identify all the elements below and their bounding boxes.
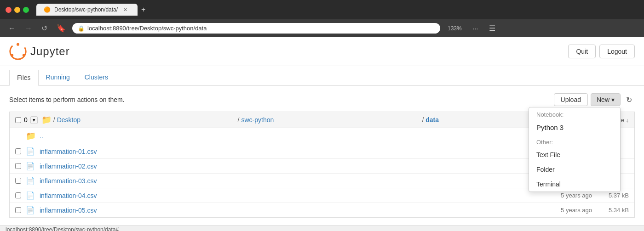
- new-button[interactable]: New ▾: [591, 93, 621, 106]
- window-controls: [6, 7, 29, 13]
- address-input[interactable]: [87, 25, 435, 32]
- active-tab[interactable]: 🟠 Desktop/swc-python/data/ ✕: [36, 4, 138, 16]
- file-link-1[interactable]: inflammation-01.csv: [40, 148, 532, 155]
- dropdown-arrow-button[interactable]: ▾: [30, 116, 38, 124]
- browser-window: 🟠 Desktop/swc-python/data/ ✕ + ← → ↺ 🔖 🔒…: [0, 0, 644, 231]
- python3-option[interactable]: Python 3: [529, 120, 620, 135]
- jupyter-tabs: Files Running Clusters: [0, 70, 644, 86]
- file-icon-5: 📄: [26, 206, 35, 214]
- tab-title: Desktop/swc-python/data/: [54, 6, 118, 13]
- back-button[interactable]: ←: [6, 23, 18, 34]
- tab-running[interactable]: Running: [39, 70, 77, 85]
- refresh-button[interactable]: ↻: [623, 94, 635, 106]
- row-checkbox-4[interactable]: [15, 192, 21, 198]
- jupyter-page: Jupyter Quit Logout Files Running Cluste…: [0, 37, 644, 225]
- select-all-wrap: 0 ▾: [15, 116, 38, 124]
- file-link-2[interactable]: inflammation-02.csv: [40, 163, 532, 170]
- row-checkbox-2[interactable]: [15, 163, 21, 169]
- file-icon-1: 📄: [26, 147, 35, 156]
- statusbar: localhost:8890/tree/Desktop/swc-python/d…: [0, 225, 644, 231]
- file-icon-3: 📄: [26, 176, 35, 185]
- file-link-3[interactable]: inflammation-03.csv: [40, 177, 532, 185]
- logo-text: Jupyter: [30, 45, 70, 58]
- bookmark-button[interactable]: 🔖: [54, 22, 69, 34]
- file-link-0[interactable]: ..: [40, 132, 532, 140]
- new-dropdown-wrap: New ▾ Notebook: Python 3 Other: Text Fil…: [591, 93, 621, 106]
- tab-bar: 🟠 Desktop/swc-python/data/ ✕ +: [36, 4, 149, 16]
- breadcrumb-sep3: /: [422, 116, 424, 124]
- new-tab-button[interactable]: +: [138, 4, 149, 16]
- statusbar-text: localhost:8890/tree/Desktop/swc-python/d…: [6, 226, 119, 231]
- file-area: Select items to perform actions on them.…: [0, 86, 644, 225]
- close-button[interactable]: [6, 7, 12, 13]
- row-checkbox-1[interactable]: [15, 148, 21, 154]
- menu-button[interactable]: ☰: [485, 22, 499, 34]
- jupyter-logo: Jupyter: [9, 43, 70, 60]
- file-date-5: 5 years ago: [537, 207, 592, 214]
- file-link-5[interactable]: inflammation-05.csv: [40, 207, 532, 214]
- minimize-button[interactable]: [14, 7, 20, 13]
- tab-files[interactable]: Files: [9, 70, 39, 86]
- new-dropdown-arrow: ▾: [611, 96, 615, 103]
- jupyter-header: Jupyter Quit Logout: [0, 37, 644, 66]
- select-all-checkbox[interactable]: [15, 117, 21, 123]
- tab-favicon: 🟠: [44, 6, 51, 13]
- file-icon-2: 📄: [26, 162, 35, 170]
- file-link-4[interactable]: inflammation-04.csv: [40, 192, 532, 199]
- other-section-label: Other:: [529, 135, 620, 147]
- terminal-option[interactable]: Terminal: [529, 177, 620, 192]
- security-icon: 🔒: [78, 25, 85, 32]
- breadcrumb-desktop[interactable]: Desktop: [57, 116, 236, 124]
- tab-close-icon[interactable]: ✕: [123, 7, 127, 13]
- sort-arrow-icon: ↓: [626, 117, 629, 124]
- file-toolbar: Select items to perform actions on them.…: [9, 93, 635, 106]
- row-checkbox-3[interactable]: [15, 178, 21, 184]
- file-icon-4: 📄: [26, 191, 35, 200]
- upload-button[interactable]: Upload: [554, 93, 588, 106]
- select-hint: Select items to perform actions on them.: [9, 96, 125, 103]
- breadcrumb-sep2: /: [238, 116, 240, 124]
- breadcrumb: 📁 / Desktop / swc-python / data: [41, 115, 604, 125]
- folder-icon: 📁: [26, 131, 35, 141]
- file-date-4: 5 years ago: [537, 192, 592, 199]
- new-button-label: New: [597, 96, 610, 103]
- breadcrumb-sep1: /: [53, 116, 55, 124]
- file-size-4: 5.37 kB: [597, 192, 629, 199]
- toolbar-right: Upload New ▾ Notebook: Python 3 Other: T…: [554, 93, 635, 106]
- selected-count: 0: [24, 116, 28, 124]
- maximize-button[interactable]: [23, 7, 29, 13]
- address-input-wrap: 🔒: [72, 23, 440, 34]
- breadcrumb-swc-python[interactable]: swc-python: [241, 116, 420, 124]
- breadcrumb-root-icon: 📁: [41, 115, 52, 125]
- svg-point-2: [23, 54, 25, 56]
- svg-point-1: [17, 43, 19, 46]
- new-dropdown-menu: Notebook: Python 3 Other: Text File Fold…: [529, 107, 621, 192]
- zoom-level: 133%: [444, 23, 466, 34]
- title-bar: 🟠 Desktop/swc-python/data/ ✕ +: [0, 0, 644, 19]
- address-bar: ← → ↺ 🔖 🔒 133% ··· ☰: [0, 19, 644, 37]
- tab-clusters[interactable]: Clusters: [77, 70, 115, 85]
- notebook-section-label: Notebook:: [529, 107, 620, 120]
- jupyter-logo-icon: [9, 43, 27, 60]
- file-row: 📄 inflammation-05.csv 5 years ago 5.34 k…: [10, 203, 634, 217]
- svg-point-3: [11, 54, 13, 56]
- file-size-5: 5.34 kB: [597, 207, 629, 214]
- quit-button[interactable]: Quit: [568, 45, 596, 58]
- header-buttons: Quit Logout: [568, 45, 635, 58]
- forward-button[interactable]: →: [22, 23, 35, 34]
- folder-option[interactable]: Folder: [529, 162, 620, 177]
- reload-button[interactable]: ↺: [39, 22, 50, 34]
- text-file-option[interactable]: Text File: [529, 147, 620, 162]
- more-button[interactable]: ···: [469, 23, 482, 34]
- row-checkbox-5[interactable]: [15, 207, 21, 213]
- logout-button[interactable]: Logout: [599, 45, 635, 58]
